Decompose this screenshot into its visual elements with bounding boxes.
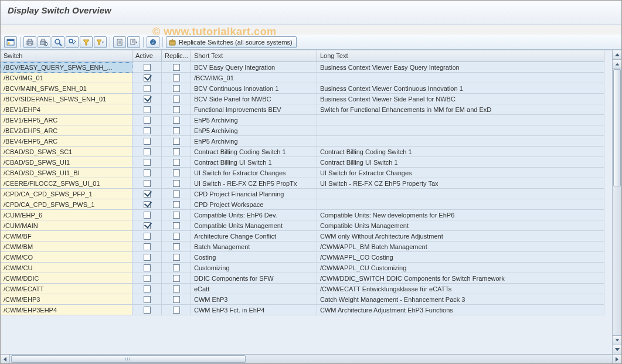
cell-replic[interactable]	[162, 294, 191, 305]
cell-switch[interactable]: /BEV1/EHP5_ARC	[1, 115, 132, 125]
active-checkbox[interactable]	[144, 296, 151, 303]
active-checkbox[interactable]	[144, 169, 151, 176]
horizontal-scrollbar[interactable]	[1, 354, 621, 363]
cell-long-text[interactable]: UI Switch - RE-FX CZ EhP5 Property Tax	[317, 178, 604, 189]
replic-checkbox[interactable]	[173, 74, 180, 81]
replic-checkbox[interactable]	[173, 212, 180, 219]
cell-replic[interactable]	[162, 168, 191, 178]
cell-replic[interactable]	[162, 157, 191, 168]
print-preview-button[interactable]	[38, 36, 50, 48]
cell-short-text[interactable]: CWM EhP3	[191, 294, 317, 305]
cell-short-text[interactable]: Compatible Units Management	[191, 220, 317, 231]
cell-active[interactable]	[132, 147, 162, 157]
cell-active[interactable]	[132, 273, 162, 284]
cell-replic[interactable]	[162, 220, 191, 231]
cell-short-text[interactable]: EhP5 Archiving	[191, 115, 317, 125]
cell-switch[interactable]: /BEV2/EHP5_ARC	[1, 125, 132, 136]
cell-active[interactable]	[132, 210, 162, 220]
replic-checkbox[interactable]	[173, 148, 180, 155]
vertical-scrollbar[interactable]	[612, 50, 621, 354]
cell-switch[interactable]: /CUM/EHP_6	[1, 210, 132, 220]
cell-active[interactable]	[132, 220, 162, 231]
replic-checkbox[interactable]	[173, 222, 180, 229]
find-next-button[interactable]	[66, 36, 79, 48]
cell-active[interactable]	[132, 294, 162, 305]
scroll-up-button[interactable]	[613, 50, 621, 60]
cell-active[interactable]	[132, 189, 162, 199]
active-checkbox[interactable]	[144, 254, 151, 261]
replic-checkbox[interactable]	[173, 285, 180, 292]
cell-switch[interactable]: /BCV/IMG_01	[1, 73, 132, 83]
replic-checkbox[interactable]	[173, 233, 180, 240]
cell-short-text[interactable]: CPD Project Workspace	[191, 199, 317, 210]
active-checkbox[interactable]	[144, 222, 151, 229]
cell-switch[interactable]: /CWM/CO	[1, 252, 132, 263]
cell-long-text[interactable]: Business Context Viewer Continuous Innov…	[317, 83, 604, 94]
cell-short-text[interactable]: eCatt	[191, 284, 317, 294]
cell-replic[interactable]	[162, 231, 191, 241]
cell-replic[interactable]	[162, 94, 191, 104]
replic-checkbox[interactable]	[173, 169, 180, 176]
cell-short-text[interactable]: EhP5 Archiving	[191, 136, 317, 147]
replic-checkbox[interactable]	[173, 138, 180, 145]
cell-active[interactable]	[132, 73, 162, 83]
cell-active[interactable]	[132, 83, 162, 94]
cell-long-text[interactable]: /CWM/DDIC_SWITCH DDIC Components for Swi…	[317, 273, 604, 284]
cell-replic[interactable]	[162, 125, 191, 136]
cell-long-text[interactable]	[317, 115, 604, 125]
cell-replic[interactable]	[162, 83, 191, 94]
cell-active[interactable]	[132, 252, 162, 263]
cell-short-text[interactable]: Compatible Units: EhP6 Dev.	[191, 210, 317, 220]
replic-checkbox[interactable]	[173, 190, 180, 198]
scroll-down-button[interactable]	[613, 345, 621, 354]
col-header-shorttext[interactable]: Short Text	[191, 50, 317, 62]
cell-switch[interactable]: /BCV/MAIN_SFWS_ENH_01	[1, 83, 132, 94]
replic-checkbox[interactable]	[173, 243, 180, 250]
active-checkbox[interactable]	[144, 138, 151, 145]
replic-checkbox[interactable]	[173, 106, 180, 113]
active-checkbox[interactable]	[144, 74, 151, 81]
cell-switch[interactable]: /BEV1/EHP4	[1, 104, 132, 115]
cell-active[interactable]	[132, 241, 162, 252]
active-checkbox[interactable]	[144, 212, 151, 219]
replic-checkbox[interactable]	[173, 201, 180, 208]
cell-short-text[interactable]: BCV Easy Query Integration	[191, 62, 317, 73]
cell-active[interactable]	[132, 115, 162, 125]
replic-checkbox[interactable]	[173, 64, 180, 71]
replicate-switches-button[interactable]: Replicate Switches (all source systems)	[166, 36, 297, 48]
replic-checkbox[interactable]	[173, 254, 180, 261]
cell-switch[interactable]: /CPD/CA_CPD_SFWS_PFP_1	[1, 189, 132, 199]
cell-switch[interactable]: /CBAD/SD_SFWS_UI1_BI	[1, 168, 132, 178]
active-checkbox[interactable]	[144, 96, 151, 103]
cell-replic[interactable]	[162, 147, 191, 157]
cell-replic[interactable]	[162, 199, 191, 210]
cell-short-text[interactable]: Costing	[191, 252, 317, 263]
active-checkbox[interactable]	[144, 127, 151, 134]
active-checkbox[interactable]	[144, 106, 151, 113]
cell-active[interactable]	[132, 199, 162, 210]
cell-replic[interactable]	[162, 115, 191, 125]
scroll-left-button[interactable]	[1, 355, 10, 363]
cell-short-text[interactable]: BCV Continuous Innovation 1	[191, 83, 317, 94]
cell-short-text[interactable]: UI Switch for Extractor Changes	[191, 168, 317, 178]
replic-checkbox[interactable]	[173, 307, 180, 314]
active-checkbox[interactable]	[144, 264, 151, 271]
export-button[interactable]	[113, 36, 126, 48]
cell-long-text[interactable]	[317, 189, 604, 199]
cell-long-text[interactable]: Business Context Viewer Side Panel for N…	[317, 94, 604, 104]
cell-long-text[interactable]: CWM only Without Architecture Adjustment	[317, 231, 604, 241]
filter-menu-button[interactable]	[94, 36, 107, 48]
cell-switch[interactable]: /CBAD/SD_SFWS_UI1	[1, 157, 132, 168]
active-checkbox[interactable]	[144, 201, 151, 208]
cell-switch[interactable]: /BCV/EASY_QUERY_SFWS_ENH_...	[1, 62, 132, 73]
cell-short-text[interactable]: Customizing	[191, 263, 317, 273]
cell-replic[interactable]	[162, 62, 191, 73]
cell-replic[interactable]	[162, 73, 191, 83]
cell-long-text[interactable]: Catch Weight Management - Enhancement Pa…	[317, 294, 604, 305]
cell-active[interactable]	[132, 136, 162, 147]
scroll-down-step-button[interactable]	[613, 335, 621, 345]
cell-replic[interactable]	[162, 136, 191, 147]
cell-short-text[interactable]: Functional Improvements BEV	[191, 104, 317, 115]
active-checkbox[interactable]	[144, 64, 151, 71]
cell-short-text[interactable]: BCV Side Panel for NWBC	[191, 94, 317, 104]
